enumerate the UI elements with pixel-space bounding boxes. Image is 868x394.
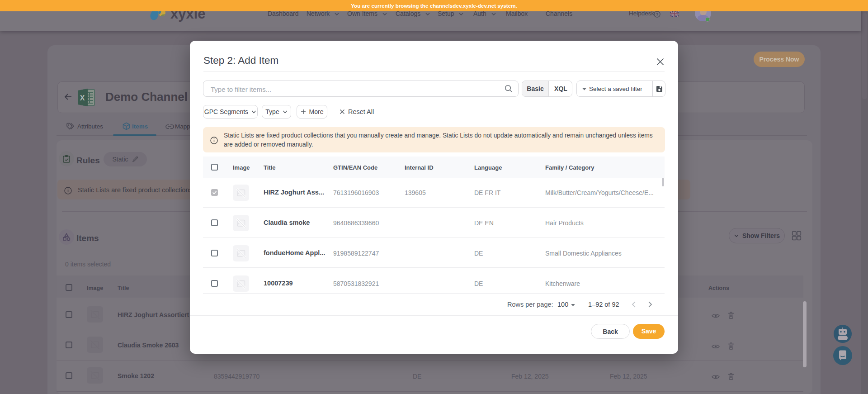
svg-text:X: X [80,94,85,102]
